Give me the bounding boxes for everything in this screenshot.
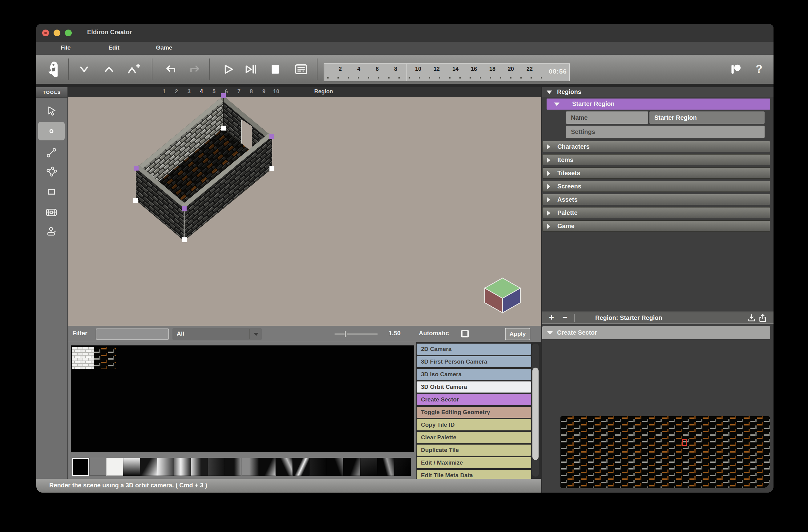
section-screens[interactable]: Screens bbox=[542, 181, 770, 192]
vertex-handle-purple[interactable] bbox=[134, 166, 139, 170]
section-assets[interactable]: Assets bbox=[542, 194, 770, 205]
export-icon[interactable] bbox=[758, 314, 767, 322]
vertex-handle-purple[interactable] bbox=[270, 134, 274, 139]
gradient-tile[interactable] bbox=[343, 458, 360, 476]
tool-vertex[interactable] bbox=[38, 122, 65, 141]
gradient-tile[interactable] bbox=[293, 458, 310, 476]
tab-level-3[interactable]: 3 bbox=[184, 88, 194, 95]
button-3d-iso-camera[interactable]: 3D Iso Camera bbox=[417, 369, 531, 380]
viewport-3d[interactable] bbox=[68, 97, 541, 326]
stop-button[interactable] bbox=[268, 62, 283, 77]
region-item-starter-region[interactable]: Starter Region bbox=[547, 98, 770, 110]
undo-button[interactable] bbox=[163, 62, 178, 77]
menu-file[interactable]: File bbox=[55, 44, 76, 51]
filter-input[interactable] bbox=[96, 329, 169, 340]
scrollbar-thumb[interactable] bbox=[532, 368, 538, 460]
button-edit-maximize[interactable]: Edit / Maximize bbox=[417, 457, 531, 468]
tab-level-4[interactable]: 4 bbox=[197, 88, 206, 95]
zoom-button[interactable] bbox=[65, 30, 72, 36]
gradient-tile[interactable] bbox=[140, 458, 157, 476]
move-up-button[interactable] bbox=[102, 62, 116, 77]
gradient-tile[interactable] bbox=[394, 458, 411, 476]
redo-button[interactable] bbox=[187, 62, 202, 77]
orientation-cube[interactable] bbox=[485, 278, 520, 313]
button-3d-first-person-camera[interactable]: 3D First Person Camera bbox=[417, 356, 531, 367]
tab-level-5[interactable]: 5 bbox=[209, 88, 219, 95]
tile-zoom-slider[interactable] bbox=[334, 333, 378, 335]
button-duplicate-tile[interactable]: Duplicate Tile bbox=[417, 444, 531, 456]
gradient-tile[interactable] bbox=[360, 458, 377, 476]
tool-rect[interactable] bbox=[38, 183, 65, 201]
tab-level-1[interactable]: 1 bbox=[159, 88, 169, 95]
add-level-button[interactable] bbox=[126, 62, 141, 77]
gradient-tile[interactable] bbox=[89, 458, 106, 476]
gradient-tile[interactable] bbox=[326, 458, 343, 476]
menu-game[interactable]: Game bbox=[153, 44, 175, 51]
tag-filter-dropdown[interactable]: All bbox=[172, 328, 262, 340]
patreon-icon[interactable] bbox=[729, 62, 743, 77]
import-icon[interactable] bbox=[747, 314, 756, 322]
menu-edit[interactable]: Edit bbox=[103, 44, 125, 51]
gradient-tile[interactable] bbox=[208, 458, 225, 476]
gradient-tile[interactable] bbox=[157, 458, 174, 476]
tile-dark-brick[interactable] bbox=[94, 347, 116, 369]
button-toggle-editing-geometry[interactable]: Toggle Editing Geometry bbox=[417, 407, 531, 418]
add-region-button[interactable]: + bbox=[546, 312, 557, 323]
button-2d-camera[interactable]: 2D Camera bbox=[417, 344, 531, 355]
tab-level-10[interactable]: 10 bbox=[271, 88, 281, 95]
move-down-button[interactable] bbox=[77, 62, 91, 77]
close-button[interactable] bbox=[42, 30, 49, 36]
tab-level-7[interactable]: 7 bbox=[234, 88, 244, 95]
minimize-button[interactable] bbox=[54, 30, 60, 36]
tool-linedef[interactable] bbox=[38, 143, 65, 162]
automatic-checkbox[interactable] bbox=[461, 330, 469, 337]
gradient-tile[interactable] bbox=[72, 458, 89, 476]
tool-select[interactable] bbox=[38, 102, 65, 121]
button-3d-orbit-camera[interactable]: 3D Orbit Camera bbox=[417, 382, 531, 392]
section-items[interactable]: Items bbox=[542, 154, 770, 165]
name-field-value[interactable]: Starter Region bbox=[649, 111, 765, 124]
regions-header[interactable]: Regions bbox=[542, 87, 773, 97]
create-sector-header[interactable]: Create Sector bbox=[542, 326, 770, 339]
gradient-tile[interactable] bbox=[191, 458, 208, 476]
tab-level-8[interactable]: 8 bbox=[246, 88, 256, 95]
apply-button[interactable]: Apply bbox=[505, 328, 530, 340]
tile-white-brick[interactable] bbox=[72, 347, 94, 369]
help-button[interactable]: ? bbox=[752, 62, 767, 77]
tool-items[interactable] bbox=[38, 203, 65, 222]
tile-grid[interactable] bbox=[71, 345, 414, 452]
vertex-handle-white[interactable] bbox=[182, 237, 187, 242]
gradient-tile[interactable] bbox=[174, 458, 191, 476]
time-ruler[interactable]: 2 4 6 8 10 12 14 16 18 20 22 08:56 bbox=[324, 63, 570, 81]
button-copy-tile-id[interactable]: Copy Tile ID bbox=[417, 419, 531, 430]
log-console-button[interactable] bbox=[294, 62, 309, 77]
title-bar[interactable]: Eldiron Creator bbox=[36, 24, 773, 42]
gradient-tile[interactable] bbox=[225, 458, 242, 476]
tool-sector[interactable] bbox=[38, 163, 65, 181]
tab-level-2[interactable]: 2 bbox=[171, 88, 181, 95]
vertex-handle-purple[interactable] bbox=[221, 93, 226, 98]
slider-handle[interactable] bbox=[345, 331, 347, 337]
gradient-tile[interactable] bbox=[310, 458, 326, 476]
button-create-sector[interactable]: Create Sector bbox=[417, 394, 531, 405]
vertex-handle-white[interactable] bbox=[270, 166, 274, 171]
step-button[interactable] bbox=[243, 62, 258, 77]
tab-level-9[interactable]: 9 bbox=[259, 88, 269, 95]
play-button[interactable] bbox=[221, 62, 236, 77]
gradient-tile[interactable] bbox=[377, 458, 394, 476]
section-game[interactable]: Game bbox=[542, 220, 770, 232]
button-edit-tile-meta-data[interactable]: Edit Tile Meta Data bbox=[417, 470, 531, 479]
section-characters[interactable]: Characters bbox=[542, 141, 770, 152]
gradient-tile[interactable] bbox=[276, 458, 293, 476]
gradient-tile[interactable] bbox=[106, 458, 123, 476]
vertex-handle-white[interactable] bbox=[221, 126, 226, 130]
gradient-tile[interactable] bbox=[123, 458, 140, 476]
gradient-tile[interactable] bbox=[242, 458, 259, 476]
section-tilesets[interactable]: Tilesets bbox=[542, 167, 770, 179]
room-3d-render[interactable] bbox=[68, 97, 541, 326]
section-palette[interactable]: Palette bbox=[542, 207, 770, 218]
vertex-handle-white[interactable] bbox=[133, 198, 138, 203]
remove-region-button[interactable]: − bbox=[559, 312, 571, 323]
vertex-handle-purple[interactable] bbox=[182, 206, 187, 211]
button-clear-palette[interactable]: Clear Palette bbox=[417, 432, 531, 443]
